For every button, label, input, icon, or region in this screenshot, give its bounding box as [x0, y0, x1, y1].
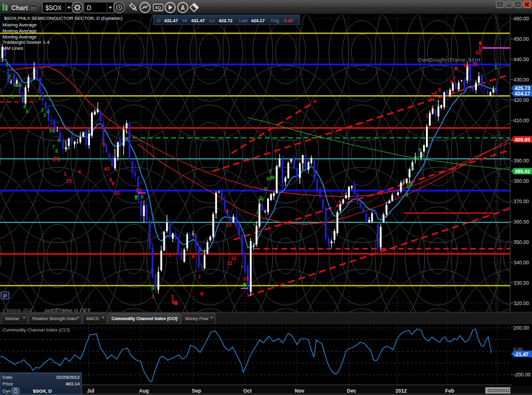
svg-text:5: 5 — [264, 186, 267, 192]
svg-text:© eSignal, 2012: © eSignal, 2012 — [2, 308, 32, 313]
svg-text:2: 2 — [168, 252, 171, 258]
svg-text:-6.82: -6.82 — [283, 18, 293, 23]
svg-text:Chart: Chart — [11, 4, 28, 11]
svg-text:5: 5 — [438, 87, 441, 93]
svg-text:D: D — [87, 5, 91, 11]
svg-text:420.00: 420.00 — [513, 97, 529, 103]
svg-text:Commodity Channel Index (CCI): Commodity Channel Index (CCI) — [111, 316, 177, 321]
svg-text:2: 2 — [8, 74, 11, 80]
svg-text:9: 9 — [421, 152, 424, 158]
svg-text:45: 45 — [172, 300, 178, 306]
svg-text:8: 8 — [55, 148, 58, 154]
svg-text:-200.00: -200.00 — [513, 372, 531, 378]
svg-text:Dyn: Dyn — [2, 388, 11, 394]
svg-text:'10: '10 — [462, 62, 469, 68]
svg-text:8: 8 — [200, 291, 203, 297]
svg-text:3: 3 — [11, 94, 14, 99]
svg-text:Relative Strength Index: Relative Strength Index — [32, 316, 77, 321]
svg-text:460.00: 460.00 — [513, 16, 529, 22]
svg-text:7: 7 — [452, 76, 455, 82]
svg-text:1: 1 — [38, 95, 41, 101]
svg-text:SM: SM — [31, 6, 36, 10]
svg-text:$SOX: $SOX — [46, 5, 62, 11]
svg-text:4: 4 — [78, 168, 81, 174]
svg-text:5: 5 — [141, 194, 144, 200]
svg-text:OverBought (Frame: 64): OverBought (Frame: 64) — [418, 57, 476, 63]
svg-text:4: 4 — [434, 90, 437, 96]
svg-text:370.00: 370.00 — [513, 198, 529, 204]
svg-text:P: P — [3, 293, 7, 299]
svg-text:2: 2 — [406, 192, 409, 198]
svg-text:9: 9 — [225, 208, 228, 214]
svg-text:×: × — [176, 315, 178, 320]
svg-text:1: 1 — [64, 171, 66, 177]
svg-text:200.00: 200.00 — [513, 325, 529, 331]
svg-text:Moving Average: Moving Average — [2, 28, 37, 34]
svg-text:320.00: 320.00 — [513, 300, 529, 306]
svg-text:56: 56 — [49, 128, 55, 134]
svg-text:A: A — [180, 5, 185, 11]
svg-text:×: × — [77, 315, 79, 320]
svg-text:Chg: Chg — [271, 18, 279, 23]
svg-text:400.65: 400.65 — [515, 137, 530, 143]
svg-text:10: 10 — [226, 222, 232, 228]
svg-text:5: 5 — [102, 141, 105, 147]
svg-text:Commodity Channel Index (CCI): Commodity Channel Index (CCI) — [2, 327, 70, 333]
svg-text:431.47: 431.47 — [164, 18, 178, 23]
svg-text:Tradesight Seeker 1.4: Tradesight Seeker 1.4 — [2, 40, 50, 45]
svg-text:67: 67 — [414, 155, 420, 161]
svg-text:02/29/2012: 02/29/2012 — [56, 375, 80, 380]
svg-text:Aug: Aug — [139, 388, 149, 394]
svg-text:440.00: 440.00 — [513, 56, 529, 62]
svg-text:Dec: Dec — [347, 388, 356, 394]
svg-text:MM Lines: MM Lines — [2, 46, 23, 51]
svg-text:Date: Date — [2, 375, 12, 380]
svg-text:Nov: Nov — [295, 388, 304, 394]
svg-text:6: 6 — [192, 254, 195, 260]
svg-text:10: 10 — [114, 190, 120, 196]
svg-text:340.00: 340.00 — [513, 260, 529, 266]
svg-text:13: 13 — [478, 45, 484, 51]
svg-text:330.00: 330.00 — [513, 280, 529, 286]
svg-text:390.00: 390.00 — [513, 158, 529, 164]
svg-text:1: 1 — [5, 62, 8, 68]
svg-text:1: 1 — [425, 113, 428, 119]
svg-text:EQ: EQ — [155, 5, 161, 10]
svg-text:Feb: Feb — [445, 388, 454, 394]
svg-text:430.00: 430.00 — [513, 77, 529, 83]
svg-text:02/29/2012: 02/29/2012 — [488, 388, 510, 393]
svg-text:5: 5 — [412, 165, 415, 171]
svg-text:O: O — [157, 18, 161, 23]
svg-text:7: 7 — [269, 168, 272, 174]
svg-text:×: × — [23, 315, 25, 320]
svg-text:4: 4 — [409, 181, 412, 187]
svg-text:9: 9 — [26, 108, 29, 114]
svg-text:H: H — [476, 57, 480, 63]
svg-text:7: 7 — [198, 274, 201, 280]
svg-text:9: 9 — [58, 137, 61, 143]
svg-text:Last: Last — [239, 18, 248, 23]
svg-text:Moving Average: Moving Average — [2, 22, 37, 28]
svg-text:Lo: Lo — [210, 18, 214, 23]
svg-text:1: 1 — [401, 181, 404, 187]
svg-text:$SOX,PHLX SEMICONDUCTOR SECTOR: $SOX,PHLX SEMICONDUCTOR SECTOR, D (Dynam… — [4, 16, 123, 21]
svg-text:13: 13 — [243, 276, 249, 282]
svg-text:Oct: Oct — [243, 388, 252, 394]
svg-text:8: 8 — [455, 65, 458, 71]
svg-text:1: 1 — [152, 294, 155, 300]
svg-text:Sep: Sep — [192, 388, 201, 394]
svg-text:Hi: Hi — [183, 18, 187, 23]
svg-text:(R): (R) — [53, 156, 60, 162]
svg-text:410.00: 410.00 — [513, 117, 529, 123]
svg-text:9: 9 — [152, 285, 155, 291]
svg-text:380.00: 380.00 — [513, 178, 529, 184]
svg-text:360.00: 360.00 — [513, 219, 529, 225]
svg-text:463.14: 463.14 — [65, 381, 80, 387]
svg-text:2: 2 — [256, 209, 259, 215]
svg-text:424.17: 424.17 — [515, 91, 530, 97]
svg-text:4: 4 — [46, 108, 49, 114]
svg-text:7: 7 — [22, 97, 25, 102]
svg-text:Price: Price — [2, 381, 13, 387]
svg-text:9: 9 — [272, 174, 275, 180]
svg-text:423.72: 423.72 — [219, 18, 232, 23]
